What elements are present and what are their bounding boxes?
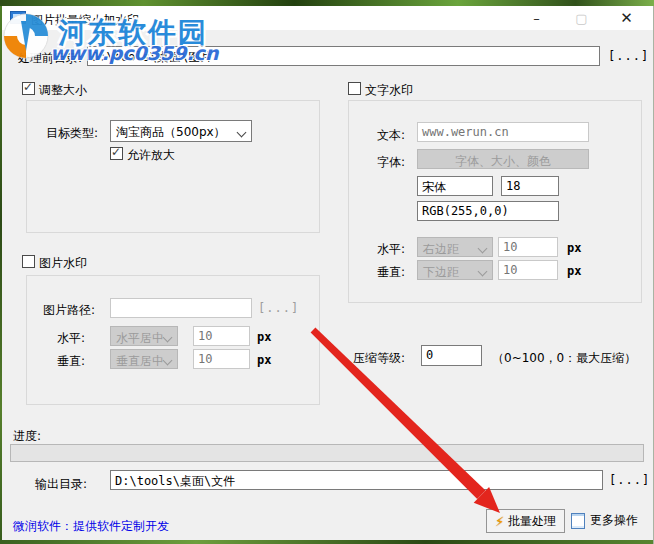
source-dir-input[interactable]: D:\tools\桌面\图片 (87, 46, 600, 66)
chevron-down-icon (478, 267, 488, 277)
iw-horizontal-px-label: px (257, 330, 271, 344)
checkmark-icon: ✓ (23, 80, 33, 94)
tw-horizontal-px-label: px (567, 241, 581, 255)
target-type-label: 目标类型: (46, 125, 98, 142)
iw-horizontal-offset-input: 10 (193, 326, 250, 346)
image-path-input (110, 298, 252, 318)
font-settings-button: 字体、大小、颜色 (417, 149, 589, 169)
output-dir-input[interactable]: D:\tools\桌面\文件 (110, 470, 603, 490)
vendor-link[interactable]: 微润软件：提供软件定制开发 (13, 518, 169, 535)
font-label: 字体: (377, 154, 405, 171)
iw-vertical-label: 垂直: (57, 353, 85, 370)
tw-vertical-label: 垂直: (377, 264, 405, 281)
image-path-label: 图片路径: (43, 302, 95, 319)
image-watermark-checkbox[interactable] (22, 255, 35, 268)
font-name-input[interactable]: 宋体 (417, 176, 493, 196)
more-actions-label: 更多操作 (590, 512, 638, 529)
source-dir-label: 处理前目录: (18, 50, 82, 67)
text-label: 文本: (377, 127, 405, 144)
chevron-down-icon (237, 128, 247, 138)
source-dir-browse-button[interactable]: [...] (608, 49, 649, 63)
output-dir-browse-button[interactable]: [...] (609, 473, 650, 487)
image-watermark-label: 图片水印 (39, 255, 87, 272)
tw-horizontal-label: 水平: (377, 241, 405, 258)
more-actions-button[interactable]: 更多操作 (571, 512, 638, 529)
font-size-input[interactable]: 18 (501, 176, 559, 196)
minimize-button[interactable]: – (514, 6, 559, 30)
target-type-dropdown[interactable]: 淘宝商品（500px） (110, 120, 252, 142)
iw-vertical-px-label: px (257, 353, 271, 367)
text-watermark-checkbox[interactable] (348, 82, 361, 95)
tw-vertical-value: 下边距 (423, 265, 459, 279)
text-input: www.werun.cn (417, 122, 589, 142)
resize-checkbox[interactable]: ✓ (22, 82, 35, 95)
font-color-input[interactable]: RGB(255,0,0) (417, 201, 559, 221)
target-type-value: 淘宝商品（500px） (116, 125, 226, 139)
batch-process-label: 批量处理 (508, 513, 556, 530)
compression-label: 压缩等级: (353, 350, 405, 367)
tw-horizontal-value: 右边距 (423, 242, 459, 256)
iw-horizontal-label: 水平: (57, 330, 85, 347)
progress-bar (10, 444, 644, 462)
compression-hint: （0~100，0：最大压缩） (492, 350, 636, 367)
checkmark-icon: ✓ (111, 145, 121, 159)
tw-horizontal-dropdown: 右边距 (417, 237, 493, 257)
tw-vertical-dropdown: 下边距 (417, 260, 493, 280)
iw-horizontal-dropdown: 水平居中 (110, 326, 178, 346)
iw-vertical-value: 垂直居中 (116, 354, 164, 368)
allow-enlarge-label: 允许放大 (127, 147, 175, 164)
tw-vertical-px-label: px (567, 264, 581, 278)
document-icon (571, 513, 585, 529)
desktop-background-strip-bottom (0, 540, 654, 544)
desktop-background-strip-left (0, 6, 2, 544)
allow-enlarge-checkbox[interactable]: ✓ (110, 147, 123, 160)
compression-input[interactable]: 0 (421, 345, 482, 366)
close-button[interactable]: ✕ (604, 6, 649, 30)
app-window: 图片批量缩小加水印 – ▢ ✕ 处理前目录: D:\tools\桌面\图片 [.… (0, 0, 654, 544)
lightning-icon: ⚡ (495, 514, 504, 529)
iw-vertical-dropdown: 垂直居中 (110, 349, 178, 369)
chevron-down-icon (163, 356, 173, 366)
chevron-down-icon (163, 333, 173, 343)
app-icon (10, 11, 26, 24)
image-path-browse-button: [...] (258, 301, 299, 315)
resize-label: 调整大小 (39, 82, 87, 99)
progress-label: 进度: (13, 428, 41, 445)
tw-vertical-offset-input: 10 (498, 260, 558, 280)
chevron-down-icon (478, 244, 488, 254)
iw-vertical-offset-input: 10 (193, 349, 250, 369)
text-watermark-label: 文字水印 (365, 82, 413, 99)
output-dir-label: 输出目录: (35, 476, 87, 493)
iw-horizontal-value: 水平居中 (116, 331, 164, 345)
tw-horizontal-offset-input: 10 (498, 237, 558, 257)
batch-process-button[interactable]: ⚡ 批量处理 (486, 509, 565, 533)
window-title: 图片批量缩小加水印 (31, 12, 139, 29)
maximize-button: ▢ (559, 6, 604, 30)
